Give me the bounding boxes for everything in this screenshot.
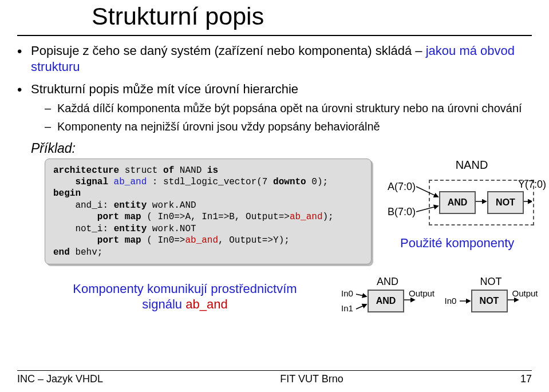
- c: ( In0=>: [141, 235, 185, 246]
- c: );: [322, 212, 333, 222]
- c-kw: architecture: [53, 165, 119, 176]
- sub-1: Každá dílčí komponenta může být popsána …: [45, 101, 532, 116]
- svg-line-1: [416, 206, 438, 212]
- footer: INC – Jazyk VHDL FIT VUT Brno 17: [17, 370, 532, 385]
- c-kw: downto: [273, 177, 306, 187]
- c-sig: ab_and: [108, 177, 147, 187]
- svg-line-4: [356, 294, 366, 296]
- c: ( In0=>A, In1=>B, Output=>: [141, 212, 290, 222]
- and-wires-icon: [339, 276, 436, 317]
- c: behv;: [70, 247, 103, 258]
- used-components-label: Použité komponenty: [400, 236, 532, 251]
- footer-row: INC – Jazyk VHDL FIT VUT Brno 17: [17, 373, 532, 385]
- c: and_i:: [53, 200, 114, 211]
- c-red: ab_and: [290, 212, 323, 222]
- title-rule: [17, 35, 532, 36]
- footer-left: INC – Jazyk VHDL: [17, 373, 103, 385]
- bullet-2: Strukturní popis může mít více úrovní hi…: [17, 81, 532, 134]
- c: not_i:: [53, 224, 114, 234]
- svg-line-5: [356, 304, 366, 309]
- c-kw: port map: [53, 235, 141, 246]
- comm-line1: Komponenty komunikují prostřednictvím: [73, 282, 297, 296]
- bullet-1: Popisuje z čeho se daný systém (zařízení…: [17, 43, 532, 74]
- c: : stdl_logic_vector(7: [147, 177, 273, 187]
- bullet-1-text: Popisuje z čeho se daný systém (zařízení…: [31, 43, 426, 58]
- nand-title: NAND: [412, 159, 532, 172]
- comm-line2-pre: signálu: [142, 297, 185, 311]
- c: , Output=>Y);: [218, 235, 290, 246]
- footer-rule: [17, 370, 532, 371]
- c-red: ab_and: [185, 235, 218, 246]
- not-wires-icon: [443, 276, 540, 317]
- and-component: AND In0 In1 AND Output: [339, 276, 429, 317]
- c: 0);: [306, 177, 328, 187]
- c-kw: entity: [114, 200, 147, 211]
- not-component: NOT In0 NOT Output: [443, 276, 532, 317]
- c-kw: signal: [53, 177, 108, 187]
- slide: Strukturní popis Popisuje z čeho se daný…: [0, 0, 549, 392]
- comm-text: Komponenty komunikují prostřednictvím si…: [45, 281, 325, 312]
- footer-mid: FIT VUT Brno: [280, 373, 343, 385]
- wires-icon: [383, 174, 532, 229]
- c-kw: entity: [114, 224, 147, 234]
- c: work.NOT: [147, 224, 196, 234]
- example-label: Příklad:: [31, 141, 532, 156]
- nand-diagram: A(7:0) B(7:0) AND NOT Y(7:0): [383, 174, 532, 229]
- bullet-2-text: Strukturní popis může mít více úrovní hi…: [31, 82, 298, 96]
- c-kw: begin: [53, 188, 81, 199]
- diagram-area: NAND A(7:0) B(7:0) AND NOT Y(7:0) Použit…: [372, 159, 532, 251]
- c: NAND: [174, 165, 207, 176]
- bullet-list: Popisuje z čeho se daný systém (zařízení…: [17, 43, 532, 134]
- svg-line-0: [416, 187, 438, 197]
- c-kw: end: [53, 247, 70, 258]
- c-kw: port map: [53, 212, 141, 222]
- sub-2: Komponenty na nejnižší úrovni jsou vždy …: [45, 119, 532, 134]
- sub-list: Každá dílčí komponenta může být popsána …: [45, 101, 532, 134]
- lower-row: Komponenty komunikují prostřednictvím si…: [17, 276, 532, 317]
- c-kw: of: [163, 165, 174, 176]
- code-box: architecture struct of NAND is signal ab…: [45, 159, 372, 265]
- footer-right: 17: [520, 373, 532, 385]
- slide-title: Strukturní popis: [17, 0, 532, 30]
- comm-line2-red: ab_and: [185, 297, 227, 311]
- c-kw: is: [207, 165, 218, 176]
- c: struct: [119, 165, 163, 176]
- example-row: architecture struct of NAND is signal ab…: [17, 159, 532, 265]
- c: work.AND: [147, 200, 196, 211]
